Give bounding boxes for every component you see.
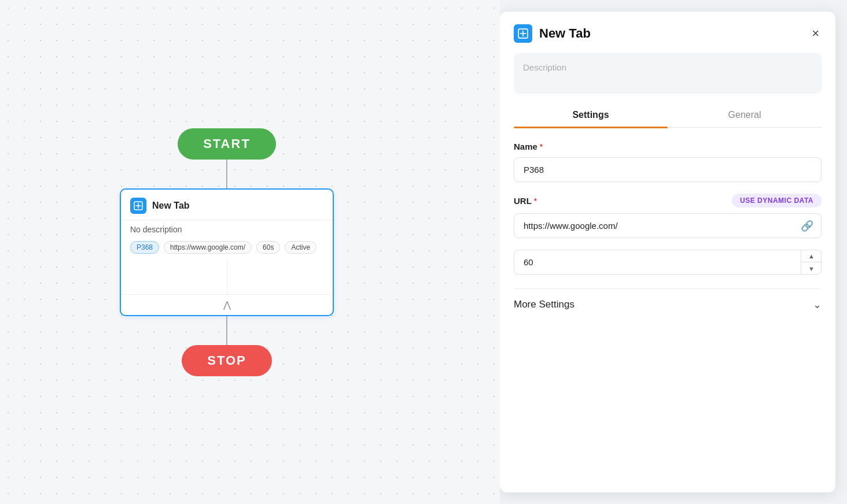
url-input[interactable] bbox=[514, 213, 822, 238]
panel-title: New Tab bbox=[539, 26, 591, 41]
tag-status: Active bbox=[285, 241, 316, 254]
panel-new-tab-icon bbox=[514, 24, 532, 43]
chevron-down-icon: ⌄ bbox=[813, 298, 822, 311]
tabs-row: Settings General bbox=[514, 103, 822, 128]
task-body bbox=[121, 260, 333, 294]
name-required-star: * bbox=[540, 142, 543, 151]
stop-node[interactable]: STOP bbox=[182, 345, 272, 376]
task-body-left bbox=[121, 260, 227, 294]
timeout-input[interactable] bbox=[514, 250, 822, 275]
spinner-up-button[interactable]: ▲ bbox=[801, 250, 822, 262]
more-settings-label: More Settings bbox=[514, 299, 575, 310]
name-field-label: Name * bbox=[514, 142, 822, 151]
description-textarea[interactable]: Description bbox=[514, 53, 822, 94]
description-placeholder: Description bbox=[523, 62, 566, 72]
use-dynamic-data-button[interactable]: USE DYNAMIC DATA bbox=[732, 194, 822, 207]
tab-general[interactable]: General bbox=[668, 103, 822, 127]
url-field-label: URL * bbox=[514, 196, 537, 206]
task-footer[interactable]: ⋀ bbox=[121, 294, 333, 315]
canvas: START New Tab No description P368 https:… bbox=[0, 0, 500, 504]
tag-id: P368 bbox=[130, 241, 159, 254]
panel-header: New Tab × bbox=[500, 12, 835, 53]
task-description: No description bbox=[121, 220, 333, 238]
link-icon: 🔗 bbox=[801, 220, 813, 232]
tag-time: 60s bbox=[256, 241, 280, 254]
url-field-row: URL * USE DYNAMIC DATA bbox=[514, 194, 822, 207]
task-node-header: New Tab bbox=[121, 190, 333, 220]
task-node[interactable]: New Tab No description P368 https://www.… bbox=[120, 188, 334, 316]
task-tags: P368 https://www.google.com/ 60s Active bbox=[121, 238, 333, 260]
task-body-right bbox=[227, 260, 333, 294]
connector-start-task bbox=[226, 160, 227, 188]
panel-body: Name * URL * USE DYNAMIC DATA 🔗 ▲ ▼ Mo bbox=[500, 128, 835, 492]
url-required-star: * bbox=[534, 197, 537, 205]
task-title: New Tab bbox=[152, 201, 190, 211]
tab-settings[interactable]: Settings bbox=[514, 103, 668, 127]
connector-task-stop bbox=[226, 316, 227, 345]
timeout-input-wrapper: ▲ ▼ bbox=[514, 250, 822, 275]
panel-title-row: New Tab bbox=[514, 24, 591, 43]
start-node[interactable]: START bbox=[178, 128, 276, 160]
flow-container: START New Tab No description P368 https:… bbox=[120, 128, 334, 376]
spinner-down-button[interactable]: ▼ bbox=[801, 262, 822, 275]
new-tab-icon bbox=[130, 198, 146, 214]
number-spinners: ▲ ▼ bbox=[801, 250, 822, 275]
panel: New Tab × Description Settings General N… bbox=[500, 12, 835, 492]
close-button[interactable]: × bbox=[809, 25, 822, 42]
tag-url: https://www.google.com/ bbox=[164, 241, 252, 254]
url-input-wrapper: 🔗 bbox=[514, 213, 822, 238]
more-settings-row[interactable]: More Settings ⌄ bbox=[514, 288, 822, 316]
name-input[interactable] bbox=[514, 157, 822, 182]
